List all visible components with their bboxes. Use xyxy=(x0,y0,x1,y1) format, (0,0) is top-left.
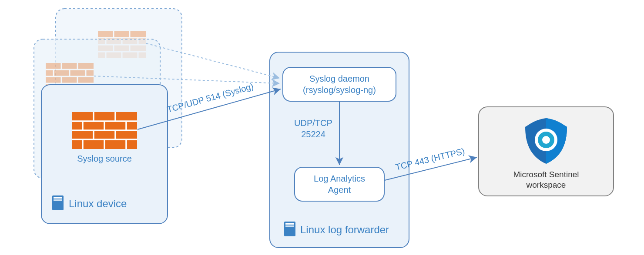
svg-rect-48 xyxy=(54,197,62,199)
svg-rect-49 xyxy=(54,199,62,201)
server-icon xyxy=(284,222,295,236)
internal-edge-label2: 25224 xyxy=(301,129,325,139)
syslog-source-label: Syslog source xyxy=(77,154,132,163)
server-icon xyxy=(52,195,64,210)
architecture-diagram: rce e xyxy=(0,0,644,255)
internal-edge-label1: UDP/TCP xyxy=(294,118,332,128)
svg-rect-54 xyxy=(285,223,294,225)
linux-device-title: Linux device xyxy=(69,198,127,209)
svg-rect-51 xyxy=(283,67,396,101)
syslog-daemon-line1: Syslog daemon xyxy=(309,74,369,83)
log-agent-line2: Agent xyxy=(328,185,351,195)
svg-point-59 xyxy=(542,136,550,144)
log-forwarder-box: Syslog daemon (rsyslog/syslog-ng) UDP/TC… xyxy=(270,52,409,248)
firewall-icon xyxy=(72,112,137,149)
sentinel-line2: workspace xyxy=(526,180,566,189)
log-agent-line1: Log Analytics xyxy=(314,174,365,183)
syslog-daemon-line2: (rsyslog/syslog-ng) xyxy=(303,85,376,95)
syslog-daemon-node: Syslog daemon (rsyslog/syslog-ng) xyxy=(283,67,396,101)
svg-rect-52 xyxy=(295,167,384,201)
svg-rect-55 xyxy=(285,225,294,227)
linux-device-card-front: Syslog source Linux device xyxy=(41,85,168,224)
sentinel-line1: Microsoft Sentinel xyxy=(513,170,579,179)
log-forwarder-title: Linux log forwarder xyxy=(300,224,389,235)
sentinel-box: Microsoft Sentinel workspace xyxy=(479,107,614,196)
log-analytics-agent-node: Log Analytics Agent xyxy=(295,167,384,201)
